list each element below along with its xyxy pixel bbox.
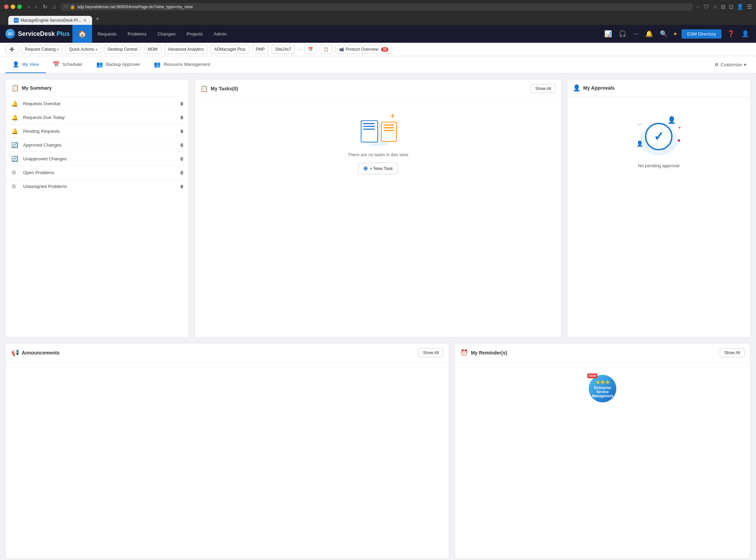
unapproved-changes-count: 0 (180, 156, 183, 162)
my-approvals-widget: 👤 My Approvals 👤 👤 ✓ — (567, 79, 750, 338)
quick-actions-button[interactable]: Quick Actions ▾ (65, 45, 101, 54)
tab-backup-approver[interactable]: 👥 Backup Approver (89, 56, 147, 73)
due-today-icon: 🔔 (11, 114, 20, 121)
minimize-window-button[interactable] (11, 4, 15, 9)
admanager-plus-button[interactable]: ADManager Plus (210, 45, 249, 54)
nav-item-changes[interactable]: Changes (152, 25, 181, 43)
announcements-show-all-button[interactable]: Show All (418, 348, 443, 357)
reader-mode-icon[interactable]: ⊡ (729, 3, 733, 10)
home-button[interactable]: ⌂ (51, 3, 58, 11)
reminder-clock-icon: ⏰ (460, 349, 468, 357)
address-bar[interactable]: 🛡 🔒 sdp.heyvaldemar.net:8080/HomePage.do… (61, 3, 693, 11)
menu-icon[interactable]: ☰ (747, 3, 752, 10)
back-button[interactable]: ‹ (26, 3, 32, 11)
bookmark-icon[interactable]: ☆ (713, 3, 717, 10)
more-options-icon[interactable]: ··· (696, 4, 700, 10)
browser-controls: ‹ › ↻ ⌂ 🛡 🔒 sdp.heyvaldemar.net:8080/Hom… (4, 3, 752, 13)
tasks-empty-state: + There are no tasks in this view ⊕ + Ne… (195, 98, 561, 188)
nav-item-requests[interactable]: Requests (92, 25, 122, 43)
approved-changes-count: 0 (180, 142, 183, 148)
desktop-central-button[interactable]: Desktop Central (104, 45, 141, 54)
summary-item-pending-requests[interactable]: 🔔 Pending Requests 0 (6, 124, 189, 138)
forward-button[interactable]: › (33, 3, 39, 11)
new-tab-button[interactable]: + (92, 13, 103, 25)
refresh-button[interactable]: ↻ (41, 3, 49, 11)
summary-item-approved-changes[interactable]: 🔄 Approved Changes 0 (6, 138, 189, 152)
approvals-icon: 👤 (573, 84, 580, 92)
tab-close-button[interactable]: ✕ (83, 18, 87, 23)
star-icon[interactable]: ✦ (673, 31, 677, 37)
my-summary-widget: 📋 My Summary 🔔 Requests Overdue 0 🔔 Requ… (6, 79, 189, 338)
more-icon[interactable]: ··· (632, 29, 640, 39)
summary-item-requests-overdue[interactable]: 🔔 Requests Overdue 0 (6, 97, 189, 111)
user-profile-icon[interactable]: 👤 (740, 29, 750, 39)
approved-changes-icon: 🔄 (11, 142, 20, 148)
widget-row-1: 📋 My Summary 🔔 Requests Overdue 0 🔔 Requ… (6, 79, 750, 338)
requests-due-today-count: 0 (180, 115, 183, 120)
account-icon[interactable]: 👤 (737, 3, 744, 10)
close-window-button[interactable] (4, 4, 9, 9)
toolbar: ➕ Request Catalog ▾ Quick Actions ▾ Desk… (0, 43, 756, 56)
esm-directory-button[interactable]: ESM Directory (682, 29, 722, 39)
summary-item-requests-due-today[interactable]: 🔔 Requests Due Today 0 (6, 111, 189, 124)
advanced-analytics-button[interactable]: Advanced Analytics (164, 45, 208, 54)
my-approvals-title: 👤 My Approvals (573, 84, 615, 92)
my-tasks-title: 📋 My Tasks(0) (200, 85, 238, 92)
notifications-icon[interactable]: 🔔 (644, 29, 654, 39)
main-content: .row1 { grid-column: 1 / -1; display: gr… (0, 73, 756, 560)
new-task-label: + New Task (370, 166, 393, 171)
more-toolbar-items[interactable]: ··· (298, 47, 301, 52)
summary-item-unassigned-problems[interactable]: ⚙ Unassigned Problems 0 (6, 180, 189, 193)
reminders-show-all-button[interactable]: Show All (720, 348, 745, 357)
my-summary-label: My Summary (22, 85, 52, 91)
browser-tab-active[interactable]: SD ManageEngine ServiceDesk Pl... ✕ (8, 16, 92, 25)
page-tabs: 👤 My View 📅 Scheduler 👥 Backup Approver … (0, 56, 756, 73)
bookmarks-icon[interactable]: ⊟ (721, 3, 725, 10)
announcements-header: 📢 Announcements Show All (6, 343, 449, 362)
my-tasks-widget: 📋 My Tasks(0) Show All (195, 79, 561, 338)
backup-approver-label: Backup Approver (106, 62, 140, 67)
checkmark-icon: ✓ (654, 130, 664, 143)
mdm-button[interactable]: MDM (144, 45, 161, 54)
stars-icon: ★★★ (595, 379, 610, 386)
home-nav-button[interactable]: 🏠 (72, 25, 92, 43)
product-overview-button[interactable]: 📹 Product Overview 30 (335, 45, 392, 54)
person-left-icon: 👤 (636, 140, 643, 147)
new-task-plus-icon: ⊕ (363, 165, 368, 172)
summary-item-open-problems[interactable]: ⚙ Open Problems 0 (6, 166, 189, 180)
tab-my-view[interactable]: 👤 My View (6, 56, 46, 73)
approved-changes-label: Approved Changes (23, 142, 177, 148)
nav-item-admin[interactable]: Admin (208, 25, 232, 43)
request-catalog-button[interactable]: Request Catalog ▾ (21, 45, 62, 54)
app-header-right: 📊 🎧 ··· 🔔 🔍 ✦ ESM Directory ❓ 👤 (603, 29, 750, 39)
tasks-illustration: + (357, 112, 399, 147)
summary-item-unapproved-changes[interactable]: 🔄 Unapproved Changes 0 (6, 152, 189, 166)
fullscreen-window-button[interactable] (17, 4, 22, 9)
app-navigation: Requests Problems Changes Projects Admin (92, 25, 232, 43)
customize-button[interactable]: ⚙ Customize ▾ (710, 59, 750, 70)
nav-item-problems[interactable]: Problems (122, 25, 152, 43)
notes-button[interactable]: 📋 (320, 45, 332, 54)
logo-text: ServiceDesk Plus (18, 30, 70, 38)
pmp-button[interactable]: PMP (252, 45, 269, 54)
nav-item-projects[interactable]: Projects (181, 25, 208, 43)
help-icon[interactable]: ❓ (726, 29, 736, 39)
tasks-show-all-button[interactable]: Show All (531, 84, 556, 93)
shields-icon[interactable]: 🛡 (704, 4, 709, 10)
my-reminders-title: ⏰ My Reminder(s) (460, 349, 507, 357)
add-request-button[interactable]: ➕ (6, 45, 18, 54)
new-badge: NEW (587, 373, 597, 378)
search-icon[interactable]: 🔍 (658, 29, 669, 39)
new-task-button[interactable]: ⊕ + New Task (358, 163, 398, 174)
tab-resource-management[interactable]: 👥 Resource Management (147, 56, 217, 73)
advanced-analytics-label: Advanced Analytics (168, 47, 204, 52)
gear-icon: ⚙ (715, 62, 719, 67)
my-reminders-header: ⏰ My Reminder(s) Show All (455, 343, 750, 362)
site24x7-button[interactable]: Site24x7 (271, 45, 295, 54)
logo-icon: SD (6, 29, 15, 39)
reports-icon[interactable]: 📊 (603, 29, 613, 39)
calendar-button[interactable]: 📅 (304, 45, 317, 54)
tasks-plus-decoration: + (390, 112, 395, 120)
headset-icon[interactable]: 🎧 (617, 29, 628, 39)
tab-scheduler[interactable]: 📅 Scheduler (46, 56, 90, 73)
